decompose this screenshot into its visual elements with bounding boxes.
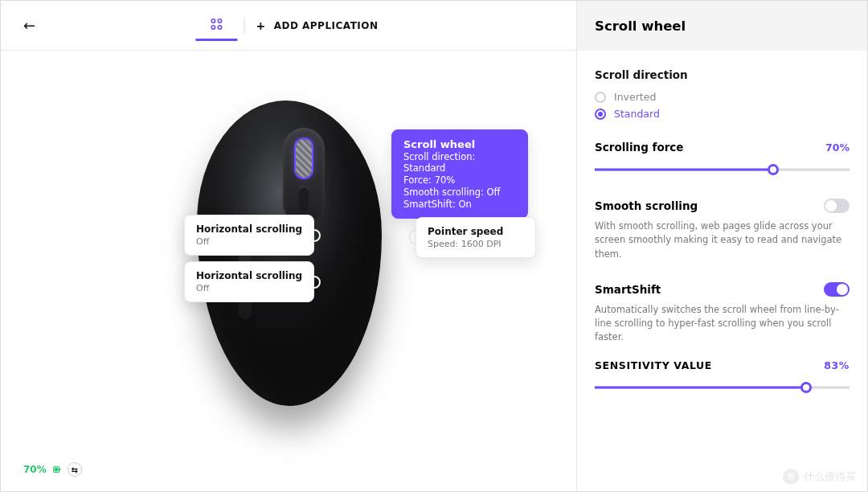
scrolling-force-value: 70% (825, 141, 850, 154)
radio-standard[interactable]: Standard (595, 108, 850, 120)
radio-inverted[interactable]: Inverted (595, 91, 850, 103)
smartshift-desc: Automatically switches the scroll wheel … (595, 303, 850, 345)
device-area: logi Scroll wheel Scroll direction: Stan… (1, 51, 578, 491)
callout-sub: Off (196, 236, 302, 247)
callout-hscroll-1[interactable]: Horizontal scrolling Off (184, 215, 314, 256)
battery-percent: 70% (23, 464, 47, 475)
callout-title: Pointer speed (428, 226, 524, 237)
add-application-label: ADD APPLICATION (274, 20, 379, 31)
svg-point-2 (211, 26, 215, 29)
panel-title: Scroll wheel (577, 1, 867, 51)
scrolling-force-label: Scrolling force (595, 141, 683, 154)
settings-panel: Scroll wheel Scroll direction Inverted S… (576, 1, 867, 491)
smartshift-label: SmartShift (595, 283, 661, 296)
callout-sub: Off (196, 283, 302, 293)
topbar: ← + ADD APPLICATION (1, 1, 578, 51)
battery-status: 70% (23, 462, 82, 477)
callout-title: Scroll wheel (403, 138, 516, 150)
easy-switch-icon[interactable] (68, 462, 82, 477)
callout-pointer-speed[interactable]: Pointer speed Speed: 1600 DPI (416, 217, 536, 258)
main-area: ← + ADD APPLICATION logi (1, 1, 578, 491)
smooth-scrolling-desc: With smooth scrolling, web pages glide a… (595, 219, 850, 261)
callout-scroll-wheel[interactable]: Scroll wheel Scroll direction: Standard … (391, 129, 528, 219)
scroll-direction-label: Scroll direction (595, 68, 850, 81)
radio-icon (595, 92, 606, 103)
watermark-text: 什么值得买 (804, 469, 856, 484)
sensitivity-value: 83% (824, 359, 850, 371)
scrolling-force-slider[interactable] (595, 162, 850, 178)
plus-icon: + (256, 19, 265, 32)
smooth-scrolling-toggle[interactable] (824, 199, 850, 213)
apps-grid-icon[interactable] (195, 10, 237, 41)
callout-sub: Speed: 1600 DPI (428, 239, 524, 249)
sensitivity-label: SENSITIVITY VALUE (595, 359, 712, 371)
callout-hscroll-2[interactable]: Horizontal scrolling Off (184, 261, 314, 302)
smartshift-toggle[interactable] (824, 282, 850, 297)
smooth-scrolling-label: Smooth scrolling (595, 199, 698, 212)
radio-icon (595, 109, 606, 120)
svg-rect-5 (59, 469, 60, 471)
watermark: 值 什么值得买 (783, 469, 856, 485)
svg-point-0 (211, 19, 215, 23)
separator (244, 17, 244, 35)
back-button[interactable]: ← (23, 17, 35, 34)
radio-label: Standard (614, 108, 660, 120)
scroll-wheel-hotspot[interactable] (296, 139, 312, 178)
add-application-button[interactable]: + ADD APPLICATION (251, 19, 383, 32)
svg-point-1 (218, 19, 221, 23)
callout-title: Horizontal scrolling (196, 223, 302, 235)
svg-point-3 (218, 26, 221, 29)
sensitivity-slider[interactable] (595, 379, 850, 396)
callout-title: Horizontal scrolling (196, 270, 302, 281)
battery-icon (51, 464, 63, 475)
svg-rect-6 (55, 468, 58, 471)
watermark-badge: 值 (783, 469, 799, 485)
radio-label: Inverted (614, 91, 656, 103)
